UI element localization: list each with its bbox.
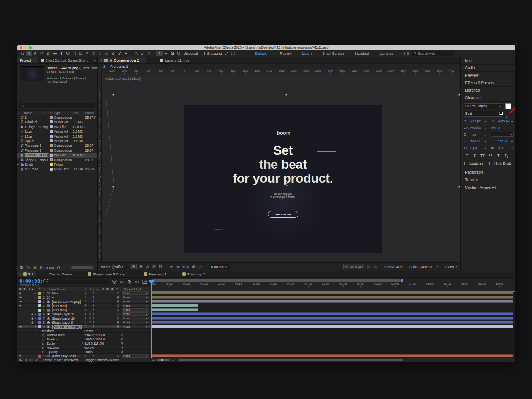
panel-tracker[interactable]: Tracker [461,176,515,184]
panel-preview[interactable]: Preview [461,72,515,79]
view-layout-select[interactable]: 1 View▾ [444,265,457,269]
property-value[interactable]: 100% [84,350,93,354]
layer-duration-bar[interactable] [152,304,198,307]
property-pickwhip-icon[interactable] [120,350,124,353]
project-item-row[interactable]: Pre-comp 2Composition29.97 [17,148,97,153]
label-swatch[interactable] [50,163,53,166]
eye-icon[interactable] [18,304,22,307]
close-tab-icon[interactable]: × [20,272,22,276]
property-row-scale[interactable]: Scale118.0,118.0% [17,341,515,345]
quality-switch-icon[interactable]: / [93,312,94,316]
layer-name[interactable]: + [52,296,54,299]
workspace-tab-learn[interactable]: Learn [297,51,317,55]
stroke-width-caret[interactable]: ▾ [485,133,486,136]
playhead-line[interactable] [151,280,152,358]
quality-switch-icon[interactable]: / [93,291,94,295]
project-item-name[interactable]: Shape L...omp 1 [25,158,48,162]
new-folder-icon[interactable] [26,266,30,269]
collapse-caret-icon[interactable]: ▾ [35,329,36,332]
pan-camera-tool-icon[interactable] [52,51,58,56]
faux-style-button-5[interactable]: T₁ [505,154,508,158]
panel-libraries[interactable]: Libraries [461,87,515,94]
column-size[interactable]: Size [73,111,79,115]
stopwatch-icon[interactable] [41,333,45,337]
quality-switch-icon[interactable]: / [93,317,94,320]
layer-label-swatch[interactable] [38,321,41,324]
blend-mode-icon[interactable] [24,358,28,362]
shy-switch-icon[interactable] [84,304,87,307]
preview-timecode[interactable]: 0;00;00;00 [209,264,230,269]
project-item-row[interactable]: ▸SolidsFolder [17,162,97,167]
parent-select[interactable]: None▾ [122,312,149,316]
project-item-row[interactable]: Pre-comp 1Composition29.97 [17,143,97,148]
property-value[interactable]: 1600.0,1051.0 [84,337,105,341]
timeline-h-scrollbar[interactable] [179,359,403,361]
property-value[interactable]: 2367.0,1262.0 [84,333,105,337]
workspace-tab-review[interactable]: Review [275,51,297,55]
layer-name-column-label[interactable]: Layer Name [49,288,65,291]
layer-duration-bar[interactable] [152,354,513,357]
layer-name[interactable]: [Screen...4 PM.png] [52,300,81,304]
faux-style-button-3[interactable]: TT [489,154,492,157]
parent-pickwhip-icon[interactable] [116,317,120,320]
layer-track[interactable] [151,316,515,320]
show-snapshot-icon[interactable] [198,265,203,269]
layer-duration-bar[interactable] [152,308,198,311]
column-name[interactable]: Name [24,111,32,115]
selection-handle[interactable] [112,186,114,188]
panel-menu-icon[interactable]: ☰ [141,59,143,62]
layer-duration-bar[interactable] [152,300,513,303]
vertical-ruler[interactable]: 2 0 002 0 04 0 06 0 08 0 01 0 0 01 2 0 0… [98,74,102,262]
color-depth-label[interactable]: 8 bpc [46,266,54,269]
workspace-tab-small-screen[interactable]: Small Screen [317,51,349,55]
quality-switch-icon[interactable]: / [93,300,94,304]
hindi-digits-checkbox[interactable] [489,162,492,165]
workspace-tab-default[interactable]: Default ≡ [250,51,275,55]
layer-track[interactable] [151,304,515,307]
timeline-tab-render-queue[interactable]: Render Queue [47,271,74,277]
tracking-caret[interactable]: ▾ [511,127,513,129]
quality-switch-icon[interactable]: / [93,304,94,308]
ruler-corner[interactable] [98,69,102,74]
layer-name[interactable]: Shape Layer 10 [52,317,75,320]
property-row-anchor-point[interactable]: Anchor Point2367.0,1262.0 [17,333,515,337]
parent-select[interactable]: None▾ [122,291,149,295]
brush-tool-icon[interactable] [97,51,103,56]
quality-switch-icon[interactable]: / [93,296,94,299]
exposure-value[interactable]: +0.0 [182,265,189,269]
clone-stamp-tool-icon[interactable] [103,51,110,56]
snapshot-camera-icon[interactable] [192,265,196,269]
parent-pickwhip-icon[interactable] [116,304,120,307]
lock-icon[interactable] [31,312,34,316]
font-style-select[interactable]: Bold▾ [464,111,503,117]
close-tab-icon[interactable]: × [101,58,103,62]
timeline-tab-2[interactable]: ×2≡ [17,271,36,277]
panel-menu-icon[interactable]: ≡ [32,272,33,276]
shy-switch-icon[interactable] [84,312,87,315]
collapse-switch-icon[interactable] [89,317,92,320]
label-swatch[interactable] [50,130,53,133]
leading-value[interactable]: Auto px [498,119,510,123]
shy-switch-icon[interactable] [84,317,87,320]
fast-previews-icon[interactable] [366,265,371,268]
baseline-shift-value[interactable]: 0 px [470,146,477,150]
layer-track[interactable] [151,320,515,324]
roto-brush-tool-icon[interactable] [116,51,123,56]
property-pickwhip-icon[interactable] [120,346,124,349]
timeline-nav-bar[interactable] [151,279,401,282]
project-item-row[interactable]: Shape L...omp 1Composition29.97 [17,158,97,162]
property-row-rotation[interactable]: Rotation0x+0.0° [17,345,515,350]
tab-layer-sr11[interactable]: Layer sr11.mov [157,57,192,63]
hand-tool-icon[interactable] [32,51,39,56]
property-row-position[interactable]: Position1600.0,1051.0 [17,337,515,341]
comp-mini-flowchart-icon[interactable] [112,280,117,284]
shy-switch-icon[interactable] [84,308,87,311]
composition-marker-icon[interactable] [19,358,22,362]
faux-style-button-2[interactable]: TT [480,154,485,158]
label-swatch[interactable] [50,158,53,162]
rectangle-tool-icon[interactable] [78,51,84,56]
project-item-name[interactable]: Pre-comp 2 [25,149,41,152]
view-camera-select[interactable]: Active Camera ...▾ [409,265,438,269]
timeline-zoom-slider[interactable] [156,359,170,361]
fill-stroke-swatches[interactable] [505,103,515,113]
